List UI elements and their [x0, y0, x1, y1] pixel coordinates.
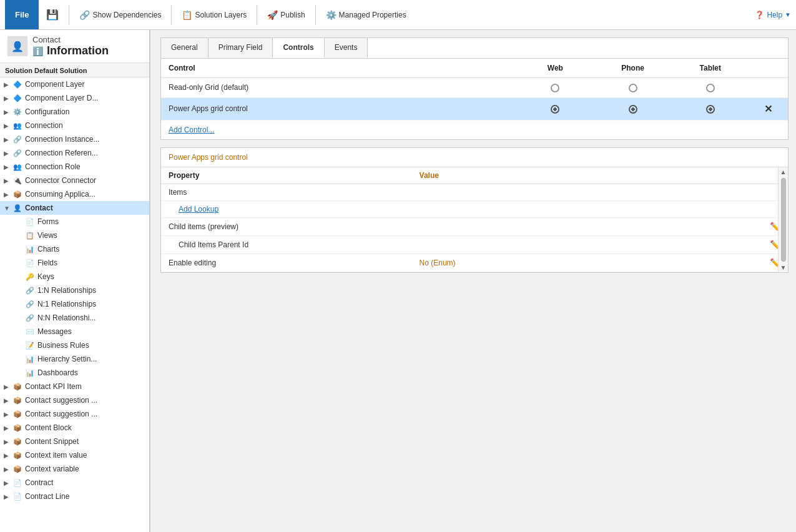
- items-label: Items: [161, 184, 412, 200]
- phone-radio-indicator-row-power-apps[interactable]: [629, 105, 637, 114]
- save-button[interactable]: 💾: [41, 4, 64, 26]
- show-dependencies-button[interactable]: 🔗 Show Dependencies: [74, 4, 166, 26]
- sidebar-item-consuming-applica[interactable]: ▶ 📦 Consuming Applica...: [0, 187, 149, 201]
- tab-primary-field[interactable]: Primary Field: [209, 38, 273, 58]
- add-control-link[interactable]: Add Control...: [161, 121, 788, 139]
- sidebar-item-fields[interactable]: 📄 Fields: [0, 256, 149, 270]
- publish-button[interactable]: 🚀 Publish: [262, 4, 310, 26]
- tree-expand-connection[interactable]: ▶: [4, 122, 12, 129]
- tree-icon-keys: 🔑: [25, 272, 35, 282]
- sidebar-item-n1-relationships[interactable]: 🔗 N:1 Relationships: [0, 297, 149, 311]
- sidebar-item-connection-referen[interactable]: ▶ 🔗 Connection Referen...: [0, 146, 149, 160]
- sidebar-item-contract[interactable]: ▶ 📄 Contract: [0, 476, 149, 490]
- sidebar-item-hierarchy-settin[interactable]: 📊 Hierarchy Settin...: [0, 352, 149, 366]
- sidebar-item-label-connector-connector: Connector Connector: [25, 176, 96, 185]
- scrollbar[interactable]: ▲ ▼: [778, 167, 788, 272]
- sidebar-item-keys[interactable]: 🔑 Keys: [0, 270, 149, 283]
- tree-expand-connection-role[interactable]: ▶: [4, 164, 12, 170]
- tree-expand-contract-line[interactable]: ▶: [4, 493, 12, 500]
- phone-radio-indicator-row-readonly-grid[interactable]: [629, 84, 637, 92]
- sidebar-item-context-variable[interactable]: ▶ 📦 Context variable: [0, 462, 149, 476]
- web-radio-row-readonly-grid[interactable]: [516, 78, 594, 98]
- tree-expand-consuming-applica[interactable]: ▶: [4, 191, 12, 198]
- phone-radio-row-power-apps[interactable]: [594, 97, 671, 120]
- web-radio-indicator-row-readonly-grid[interactable]: [551, 84, 559, 92]
- sidebar-item-content-snippet[interactable]: ▶ 📦 Content Snippet: [0, 435, 149, 448]
- value-header: Value: [412, 167, 725, 184]
- tree-expand-context-item-value[interactable]: ▶: [4, 452, 12, 459]
- scroll-thumb[interactable]: [781, 178, 786, 262]
- add-lookup-link[interactable]: Add Lookup: [179, 205, 219, 214]
- sidebar-item-context-item-value[interactable]: ▶ 📦 Context item value: [0, 448, 149, 462]
- tree-expand-contract[interactable]: ▶: [4, 480, 12, 486]
- sidebar-item-contact-suggestion-2[interactable]: ▶ 📦 Contact suggestion ...: [0, 407, 149, 421]
- sidebar-item-contact-suggestion-1[interactable]: ▶ 📦 Contact suggestion ...: [0, 393, 149, 407]
- tab-controls[interactable]: Controls: [273, 38, 324, 58]
- tablet-radio-indicator-row-readonly-grid[interactable]: [706, 84, 715, 92]
- sidebar-item-label-connection-referen: Connection Referen...: [25, 149, 98, 157]
- tree-icon-connection-role: 👥: [12, 162, 22, 172]
- sidebar-item-configuration[interactable]: ▶ ⚙️ Configuration: [0, 105, 149, 119]
- power-apps-title: Power Apps grid control: [161, 148, 788, 167]
- sidebar-item-views[interactable]: 📋 Views: [0, 229, 149, 242]
- sidebar-item-label-contact: Contact: [25, 204, 53, 212]
- tree-expand-contact-suggestion-2[interactable]: ▶: [4, 411, 12, 418]
- tree-expand-connector-connector[interactable]: ▶: [4, 177, 12, 184]
- toolbar: File 💾 🔗 Show Dependencies 📋 Solution La…: [0, 0, 796, 30]
- entity-title: Contact: [32, 35, 109, 44]
- tree-expand-connection-referen[interactable]: ▶: [4, 150, 12, 157]
- file-button[interactable]: File: [5, 0, 39, 29]
- sidebar-item-1n-relationships[interactable]: 🔗 1:N Relationships: [0, 283, 149, 297]
- sidebar-item-charts[interactable]: 📊 Charts: [0, 242, 149, 256]
- sidebar-item-messages[interactable]: ✉️ Messages: [0, 325, 149, 338]
- managed-properties-button[interactable]: ⚙️ Managed Properties: [321, 4, 411, 26]
- help-icon: ❓: [755, 11, 764, 19]
- sidebar-item-nn-relationshi[interactable]: 🔗 N:N Relationshi...: [0, 311, 149, 325]
- tree-expand-component-layer[interactable]: ▶: [4, 81, 12, 88]
- tablet-radio-indicator-row-power-apps[interactable]: [706, 105, 715, 114]
- sidebar-item-component-layer[interactable]: ▶ 🔷 Component Layer: [0, 77, 149, 91]
- help-chevron-icon: ▼: [785, 11, 791, 18]
- tree-expand-contact[interactable]: ▼: [4, 205, 12, 212]
- tree-expand-contact-suggestion-1[interactable]: ▶: [4, 397, 12, 404]
- sidebar-item-connector-connector[interactable]: ▶ 🔌 Connector Connector: [0, 174, 149, 187]
- tree-expand-component-layer-d[interactable]: ▶: [4, 95, 12, 102]
- tablet-radio-row-readonly-grid[interactable]: [672, 78, 749, 98]
- scroll-down-arrow[interactable]: ▼: [780, 264, 787, 271]
- sidebar-item-label-connection-instance: Connection Instance...: [25, 135, 99, 144]
- tree-expand-context-variable[interactable]: ▶: [4, 466, 12, 473]
- solution-layers-button[interactable]: 📋 Solution Layers: [177, 4, 252, 26]
- sidebar-item-contact-kpi-item[interactable]: ▶ 📦 Contact KPI Item: [0, 380, 149, 393]
- close-icon-row-power-apps[interactable]: ✕: [764, 104, 772, 114]
- sidebar-item-forms[interactable]: 📄 Forms: [0, 215, 149, 229]
- sidebar-item-content-block[interactable]: ▶ 📦 Content Block: [0, 421, 149, 435]
- tab-general[interactable]: General: [161, 38, 209, 58]
- sidebar-header: 👤 Contact ℹ️ Information: [0, 30, 149, 63]
- sidebar-item-connection-role[interactable]: ▶ 👥 Connection Role: [0, 160, 149, 174]
- tree-expand-connection-instance[interactable]: ▶: [4, 136, 12, 143]
- tree-expand-content-block[interactable]: ▶: [4, 425, 12, 431]
- tablet-radio-row-power-apps[interactable]: [672, 97, 749, 120]
- scroll-up-arrow[interactable]: ▲: [780, 169, 787, 175]
- sidebar-item-business-rules[interactable]: 📝 Business Rules: [0, 338, 149, 352]
- web-radio-row-power-apps[interactable]: [516, 97, 594, 120]
- sidebar-item-dashboards[interactable]: 📊 Dashboards: [0, 366, 149, 380]
- phone-radio-row-readonly-grid[interactable]: [594, 78, 671, 98]
- tree-expand-configuration[interactable]: ▶: [4, 109, 12, 116]
- tab-events[interactable]: Events: [325, 38, 368, 58]
- sidebar-item-component-layer-d[interactable]: ▶ 🔷 Component Layer D...: [0, 91, 149, 105]
- help-button[interactable]: ❓ Help ▼: [755, 11, 791, 19]
- tree-expand-content-snippet[interactable]: ▶: [4, 438, 12, 445]
- sidebar-item-contact[interactable]: ▼ 👤 Contact: [0, 201, 149, 215]
- sidebar-item-connection[interactable]: ▶ 👥 Connection: [0, 119, 149, 132]
- sidebar-item-label-contact-suggestion-1: Contact suggestion ...: [25, 396, 97, 405]
- tree-expand-contact-kpi-item[interactable]: ▶: [4, 383, 12, 390]
- sidebar-item-label-n1-relationships: N:1 Relationships: [37, 300, 96, 308]
- sidebar-item-connection-instance[interactable]: ▶ 🔗 Connection Instance...: [0, 132, 149, 146]
- entity-avatar: 👤: [7, 36, 27, 56]
- sidebar-item-contract-line[interactable]: ▶ 📄 Contract Line: [0, 490, 149, 503]
- tree-icon-forms: 📄: [25, 217, 35, 227]
- web-radio-indicator-row-power-apps[interactable]: [551, 105, 559, 114]
- entity-subtitle: Information: [47, 44, 109, 57]
- solution-layers-label: Solution Layers: [195, 11, 247, 19]
